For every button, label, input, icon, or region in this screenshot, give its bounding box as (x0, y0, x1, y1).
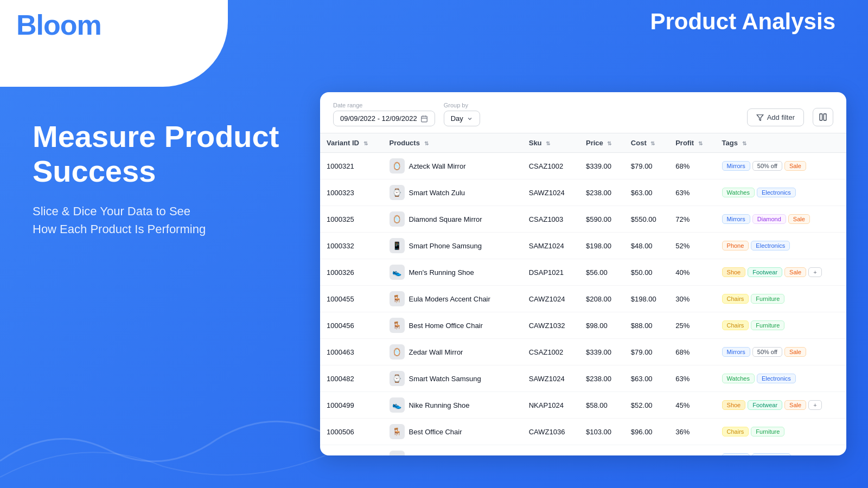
sort-icon-price: ⇅ (607, 140, 611, 146)
sort-icon-tags: ⇅ (742, 140, 746, 146)
tag-badge[interactable]: Mirrors (722, 214, 750, 224)
tag-badge[interactable]: 50% off (752, 161, 782, 171)
logo-text: Bloom (16, 11, 101, 39)
col-header-variant-id: Variant ID ⇅ (320, 133, 383, 153)
tag-badge[interactable]: Mirrors (722, 161, 750, 171)
tag-badge[interactable]: Furniture (751, 294, 784, 304)
date-range-group: Date range 09/09/2022 - 12/09/2022 (333, 102, 435, 126)
page-title-area: Product Analysis (650, 9, 835, 35)
tag-badge[interactable]: Electronics (757, 374, 796, 383)
table-row[interactable]: 1000506🪑Best Office ChairCAWZ1036$103.00… (320, 419, 846, 445)
tag-badge[interactable]: Watches (722, 188, 755, 197)
cell-cost: $63.00 (624, 179, 669, 206)
tag-badge[interactable]: Footwear (748, 267, 782, 277)
cell-tags: WatchesElectronics (716, 365, 846, 392)
cell-sku: CSAZ1002 (522, 153, 579, 179)
tag-badge[interactable]: Laptop (722, 453, 750, 455)
cell-cost: $320.00 (624, 445, 669, 456)
cell-price: $208.00 (579, 286, 624, 312)
table-row[interactable]: 1000528💻Apple Macbook ProCAMZ1082$989.00… (320, 445, 846, 456)
tag-badge[interactable]: Watches (722, 374, 755, 383)
product-thumbnail: 🪞 (390, 211, 405, 227)
table-row[interactable]: 1000463🪞Zedar Wall MirrorCSAZ1002$339.00… (320, 339, 846, 365)
tag-badge[interactable]: Furniture (751, 427, 784, 436)
cell-price: $339.00 (579, 339, 624, 365)
cell-variant-id: 1000321 (320, 153, 383, 179)
cell-tags: ShoeFootwearSale+ (716, 392, 846, 419)
cell-sku: SAWZ1024 (522, 179, 579, 206)
chevron-down-icon (467, 115, 473, 122)
tag-badge[interactable]: Electronics (757, 188, 796, 197)
table-row[interactable]: 1000455🪑Eula Moders Accent ChairCAWZ1024… (320, 286, 846, 312)
cell-price: $339.00 (579, 153, 624, 179)
cell-tags: ChairsFurniture (716, 286, 846, 312)
product-name: Nike Running Shoe (409, 401, 470, 409)
table-scroll-container[interactable]: Variant ID ⇅ Products ⇅ Sku ⇅ Price ⇅ Co… (320, 133, 846, 455)
tag-badge[interactable]: Footwear (748, 400, 782, 410)
svg-rect-6 (824, 114, 826, 120)
tag-badge[interactable]: Sale (784, 400, 806, 410)
cell-variant-id: 1000482 (320, 365, 383, 392)
add-filter-button[interactable]: Add filter (747, 108, 804, 126)
table-row[interactable]: 1000332📱Smart Phone SamsungSAMZ1024$198.… (320, 233, 846, 259)
date-range-control[interactable]: 09/09/2022 - 12/09/2022 (333, 111, 435, 126)
table-row[interactable]: 1000456🪑Best Home Office ChairCAWZ1032$9… (320, 312, 846, 339)
cell-sku: DSAP1021 (522, 259, 579, 286)
tag-badge[interactable]: Electronics (752, 453, 791, 455)
cell-product: 👟Nike Running Shoe (383, 392, 522, 419)
col-header-price: Price ⇅ (579, 133, 624, 153)
product-name: Diamond Square Mirror (409, 215, 482, 223)
cell-profit: 52% (669, 233, 715, 259)
tag-badge[interactable]: Chairs (722, 294, 749, 304)
tag-badge[interactable]: Phone (722, 241, 749, 251)
tag-badge[interactable]: Chairs (722, 320, 749, 330)
tag-badge[interactable]: Electronics (751, 241, 790, 251)
cell-variant-id: 1000326 (320, 259, 383, 286)
tag-badge[interactable]: Sale (784, 347, 806, 357)
tag-badge[interactable]: Chairs (722, 427, 749, 436)
tag-badge[interactable]: Sale (784, 161, 806, 171)
svg-rect-0 (421, 116, 427, 122)
table-row[interactable]: 1000482⌚Smart Watch SamsungSAWZ1024$238.… (320, 365, 846, 392)
cell-cost: $79.00 (624, 339, 669, 365)
cell-tags: Mirrors50% offSale (716, 339, 846, 365)
cell-price: $198.00 (579, 233, 624, 259)
cell-tags: ShoeFootwearSale+ (716, 259, 846, 286)
sort-icon-variant: ⇅ (363, 140, 368, 146)
table-row[interactable]: 1000321🪞Azteck Wall MirrorCSAZ1002$339.0… (320, 153, 846, 179)
table-row[interactable]: 1000326👟Men's Running ShoeDSAP1021$56.00… (320, 259, 846, 286)
tag-badge[interactable]: Diamond (752, 214, 786, 224)
cell-sku: CSAZ1002 (522, 339, 579, 365)
tag-badge[interactable]: Mirrors (722, 347, 750, 357)
hero-content: Measure ProductSuccess Slice & Dice Your… (33, 119, 279, 238)
tag-badge[interactable]: Sale (788, 214, 810, 224)
cell-product: 🪞Azteck Wall Mirror (383, 153, 522, 179)
cell-sku: CAWZ1036 (522, 419, 579, 445)
tag-badge[interactable]: Shoe (722, 400, 746, 410)
cell-tags: Mirrors50% offSale (716, 153, 846, 179)
tag-badge[interactable]: Shoe (722, 267, 746, 277)
product-thumbnail: 👟 (390, 265, 405, 280)
group-by-select[interactable]: Day (444, 111, 480, 126)
cell-price: $98.00 (579, 312, 624, 339)
tag-badge[interactable]: + (808, 400, 821, 410)
tag-badge[interactable]: Furniture (751, 320, 784, 330)
table-row[interactable]: 1000499👟Nike Running ShoeNKAP1024$58.00$… (320, 392, 846, 419)
cell-product: ⌚Smart Watch Zulu (383, 179, 522, 206)
product-name: Smart Watch Samsung (409, 375, 481, 383)
date-range-value: 09/09/2022 - 12/09/2022 (340, 114, 417, 123)
cell-cost: $48.00 (624, 233, 669, 259)
tag-badge[interactable]: + (808, 267, 821, 277)
table-row[interactable]: 1000323⌚Smart Watch ZuluSAWZ1024$238.00$… (320, 179, 846, 206)
tag-badge[interactable]: 50% off (752, 347, 782, 357)
product-thumbnail: ⌚ (390, 185, 405, 200)
columns-button[interactable] (813, 108, 833, 126)
cell-tags: LaptopElectronics (716, 445, 846, 456)
cell-sku: CAMZ1082 (522, 445, 579, 456)
svg-rect-5 (820, 114, 822, 120)
table-row[interactable]: 1000325🪞Diamond Square MirrorCSAZ1003$59… (320, 206, 846, 233)
cell-product: 🪑Best Home Office Chair (383, 312, 522, 339)
tag-badge[interactable]: Sale (784, 267, 806, 277)
cell-cost: $63.00 (624, 365, 669, 392)
cell-cost: $96.00 (624, 419, 669, 445)
